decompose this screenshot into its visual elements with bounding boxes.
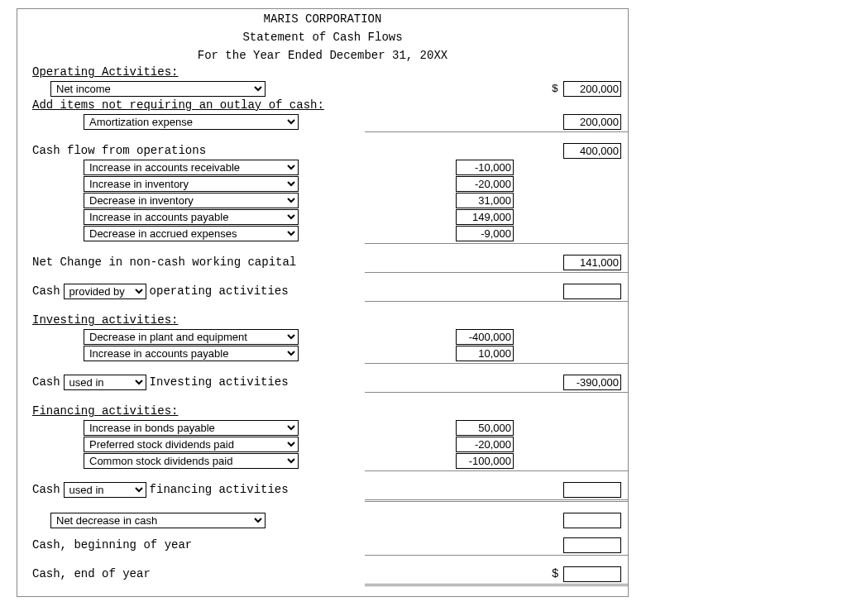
op-adj-input-3[interactable] — [456, 209, 514, 225]
rule — [365, 301, 628, 302]
rule — [365, 363, 628, 364]
netchg-row: Net Change in non-cash working capital — [17, 254, 628, 270]
cash-end-label: Cash, end of year — [32, 567, 151, 580]
fin-adj-input-0[interactable] — [456, 420, 514, 436]
op-adj-row-0: Increase in accounts receivable — [17, 159, 628, 175]
cash-end-input[interactable] — [563, 566, 621, 582]
op-adj-input-2[interactable] — [456, 193, 514, 208]
netdec-select[interactable]: Net decrease in cash — [50, 513, 266, 528]
op-adj-select-4[interactable]: Decrease in accrued expenses — [84, 226, 299, 241]
dollar-sign: $ — [552, 83, 558, 95]
fin-adj-input-1[interactable] — [456, 437, 514, 452]
investing-header: Investing activities: — [17, 312, 628, 328]
inv-adj-row-0: Decrease in plant and equipment — [17, 328, 628, 345]
net-income-input[interactable] — [563, 81, 621, 97]
fin-adj-select-2[interactable]: Common stock dividends paid — [84, 453, 299, 469]
cash-inv-row: Cash used in Investing activities — [17, 374, 628, 390]
cash-end-row: Cash, end of year $ — [17, 566, 628, 582]
title-statement: Statement of Cash Flows — [17, 27, 628, 45]
inv-adj-input-1[interactable] — [456, 346, 514, 361]
netdec-input[interactable] — [563, 513, 621, 528]
op-adj-row-2: Decrease in inventory — [17, 192, 628, 208]
cash-label: Cash — [32, 375, 60, 389]
fin-adj-input-2[interactable] — [456, 453, 514, 469]
fin-adj-row-2: Common stock dividends paid — [17, 452, 628, 469]
amortization-input[interactable] — [563, 114, 621, 130]
add-items-label: Add items not requiring an outlay of cas… — [17, 97, 628, 113]
op-adj-input-4[interactable] — [456, 226, 514, 241]
fin-adj-select-1[interactable]: Preferred stock dividends paid — [84, 437, 299, 452]
net-income-select[interactable]: Net income — [50, 81, 266, 97]
statement-container: MARIS CORPORATION Statement of Cash Flow… — [17, 8, 629, 597]
fin-provused-select[interactable]: used in — [64, 482, 146, 498]
cash-beg-input[interactable] — [563, 537, 621, 553]
op-adj-input-1[interactable] — [456, 176, 514, 192]
op-adj-row-3: Increase in accounts payable — [17, 208, 628, 225]
cash-op-input[interactable] — [563, 284, 621, 299]
fin-adj-select-0[interactable]: Increase in bonds payable — [84, 420, 299, 436]
cash-fin-input[interactable] — [563, 482, 621, 498]
op-adj-row-1: Increase in inventory — [17, 175, 628, 192]
cfo-label: Cash flow from operations — [32, 144, 206, 157]
cash-beg-label: Cash, beginning of year — [32, 538, 192, 552]
cash-label: Cash — [32, 284, 60, 298]
cash-op-row: Cash provided by operating activities — [17, 283, 628, 299]
inv-adj-row-1: Increase in accounts payable — [17, 345, 628, 361]
financing-header: Financing activities: — [17, 403, 628, 419]
fin-tail-label: financing activities — [150, 483, 289, 496]
cash-beg-row: Cash, beginning of year — [17, 537, 628, 553]
op-tail-label: operating activities — [150, 284, 289, 298]
cash-label: Cash — [32, 483, 60, 496]
rule — [365, 392, 628, 393]
op-adj-select-2[interactable]: Decrease in inventory — [84, 193, 299, 208]
op-adj-input-0[interactable] — [456, 160, 514, 175]
rule — [365, 470, 628, 471]
fin-adj-row-1: Preferred stock dividends paid — [17, 436, 628, 452]
cash-inv-input[interactable] — [563, 375, 621, 390]
op-adj-select-0[interactable]: Increase in accounts receivable — [84, 160, 299, 175]
fin-adj-row-0: Increase in bonds payable — [17, 419, 628, 436]
operating-header: Operating Activities: — [17, 64, 628, 80]
inv-tail-label: Investing activities — [150, 375, 289, 389]
title-period: For the Year Ended December 31, 20XX — [17, 45, 628, 64]
op-adj-select-1[interactable]: Increase in inventory — [84, 176, 299, 192]
op-adj-row-4: Decrease in accrued expenses — [17, 225, 628, 241]
inv-adj-select-1[interactable]: Increase in accounts payable — [84, 346, 299, 361]
op-adj-select-3[interactable]: Increase in accounts payable — [84, 209, 299, 225]
cfo-input[interactable] — [563, 143, 621, 159]
rule — [365, 272, 628, 273]
netdec-row: Net decrease in cash — [17, 512, 628, 528]
inv-adj-input-0[interactable] — [456, 329, 514, 345]
net-income-row: Net income $ — [17, 80, 628, 97]
title-company: MARIS CORPORATION — [17, 9, 628, 27]
inv-provused-select[interactable]: used in — [64, 375, 146, 390]
cfo-row: Cash flow from operations — [17, 142, 628, 159]
netchg-label: Net Change in non-cash working capital — [32, 255, 296, 269]
double-rule — [365, 499, 628, 502]
rule — [365, 131, 628, 132]
op-provused-select[interactable]: provided by — [64, 284, 146, 299]
rule — [365, 243, 628, 244]
dollar-sign: $ — [552, 567, 558, 580]
double-rule — [365, 584, 628, 586]
cash-fin-row: Cash used in financing activities — [17, 481, 628, 498]
inv-adj-select-0[interactable]: Decrease in plant and equipment — [84, 329, 299, 345]
amortization-select[interactable]: Amortization expense — [84, 114, 299, 130]
netchg-input[interactable] — [563, 255, 621, 270]
rule — [365, 555, 628, 556]
amortization-row: Amortization expense — [17, 113, 628, 130]
